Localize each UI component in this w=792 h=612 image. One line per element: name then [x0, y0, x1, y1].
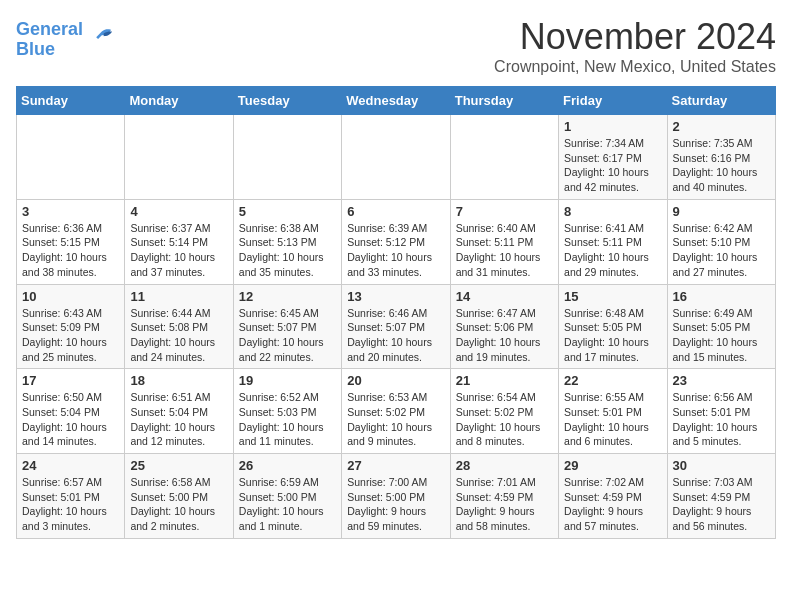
calendar-cell: 15Sunrise: 6:48 AM Sunset: 5:05 PM Dayli…	[559, 284, 667, 369]
day-number: 24	[22, 458, 119, 473]
column-header-thursday: Thursday	[450, 87, 558, 115]
day-info: Sunrise: 7:03 AM Sunset: 4:59 PM Dayligh…	[673, 475, 770, 534]
day-number: 5	[239, 204, 336, 219]
week-row-5: 24Sunrise: 6:57 AM Sunset: 5:01 PM Dayli…	[17, 454, 776, 539]
day-number: 25	[130, 458, 227, 473]
day-info: Sunrise: 6:56 AM Sunset: 5:01 PM Dayligh…	[673, 390, 770, 449]
calendar-cell: 10Sunrise: 6:43 AM Sunset: 5:09 PM Dayli…	[17, 284, 125, 369]
day-info: Sunrise: 6:50 AM Sunset: 5:04 PM Dayligh…	[22, 390, 119, 449]
day-number: 29	[564, 458, 661, 473]
header-row: SundayMondayTuesdayWednesdayThursdayFrid…	[17, 87, 776, 115]
logo: GeneralBlue	[16, 20, 113, 60]
day-info: Sunrise: 6:48 AM Sunset: 5:05 PM Dayligh…	[564, 306, 661, 365]
day-number: 10	[22, 289, 119, 304]
day-number: 13	[347, 289, 444, 304]
day-info: Sunrise: 6:59 AM Sunset: 5:00 PM Dayligh…	[239, 475, 336, 534]
day-number: 14	[456, 289, 553, 304]
week-row-4: 17Sunrise: 6:50 AM Sunset: 5:04 PM Dayli…	[17, 369, 776, 454]
calendar-cell: 22Sunrise: 6:55 AM Sunset: 5:01 PM Dayli…	[559, 369, 667, 454]
calendar-cell: 18Sunrise: 6:51 AM Sunset: 5:04 PM Dayli…	[125, 369, 233, 454]
week-row-1: 1Sunrise: 7:34 AM Sunset: 6:17 PM Daylig…	[17, 115, 776, 200]
calendar-cell: 11Sunrise: 6:44 AM Sunset: 5:08 PM Dayli…	[125, 284, 233, 369]
day-info: Sunrise: 6:49 AM Sunset: 5:05 PM Dayligh…	[673, 306, 770, 365]
day-number: 4	[130, 204, 227, 219]
calendar-cell: 19Sunrise: 6:52 AM Sunset: 5:03 PM Dayli…	[233, 369, 341, 454]
day-info: Sunrise: 6:40 AM Sunset: 5:11 PM Dayligh…	[456, 221, 553, 280]
calendar-cell: 28Sunrise: 7:01 AM Sunset: 4:59 PM Dayli…	[450, 454, 558, 539]
calendar-cell: 23Sunrise: 6:56 AM Sunset: 5:01 PM Dayli…	[667, 369, 775, 454]
day-info: Sunrise: 6:41 AM Sunset: 5:11 PM Dayligh…	[564, 221, 661, 280]
day-number: 1	[564, 119, 661, 134]
day-number: 28	[456, 458, 553, 473]
day-info: Sunrise: 6:36 AM Sunset: 5:15 PM Dayligh…	[22, 221, 119, 280]
column-header-wednesday: Wednesday	[342, 87, 450, 115]
day-info: Sunrise: 7:02 AM Sunset: 4:59 PM Dayligh…	[564, 475, 661, 534]
calendar-table: SundayMondayTuesdayWednesdayThursdayFrid…	[16, 86, 776, 539]
calendar-cell	[342, 115, 450, 200]
calendar-cell: 13Sunrise: 6:46 AM Sunset: 5:07 PM Dayli…	[342, 284, 450, 369]
calendar-cell: 26Sunrise: 6:59 AM Sunset: 5:00 PM Dayli…	[233, 454, 341, 539]
day-info: Sunrise: 6:47 AM Sunset: 5:06 PM Dayligh…	[456, 306, 553, 365]
calendar-cell: 3Sunrise: 6:36 AM Sunset: 5:15 PM Daylig…	[17, 199, 125, 284]
calendar-cell: 2Sunrise: 7:35 AM Sunset: 6:16 PM Daylig…	[667, 115, 775, 200]
calendar-cell: 29Sunrise: 7:02 AM Sunset: 4:59 PM Dayli…	[559, 454, 667, 539]
day-info: Sunrise: 6:39 AM Sunset: 5:12 PM Dayligh…	[347, 221, 444, 280]
day-info: Sunrise: 6:54 AM Sunset: 5:02 PM Dayligh…	[456, 390, 553, 449]
day-info: Sunrise: 6:44 AM Sunset: 5:08 PM Dayligh…	[130, 306, 227, 365]
day-number: 26	[239, 458, 336, 473]
day-number: 3	[22, 204, 119, 219]
day-number: 19	[239, 373, 336, 388]
day-number: 21	[456, 373, 553, 388]
day-number: 8	[564, 204, 661, 219]
column-header-sunday: Sunday	[17, 87, 125, 115]
calendar-cell: 16Sunrise: 6:49 AM Sunset: 5:05 PM Dayli…	[667, 284, 775, 369]
week-row-2: 3Sunrise: 6:36 AM Sunset: 5:15 PM Daylig…	[17, 199, 776, 284]
day-number: 12	[239, 289, 336, 304]
day-info: Sunrise: 7:35 AM Sunset: 6:16 PM Dayligh…	[673, 136, 770, 195]
calendar-cell: 7Sunrise: 6:40 AM Sunset: 5:11 PM Daylig…	[450, 199, 558, 284]
day-number: 6	[347, 204, 444, 219]
day-info: Sunrise: 6:38 AM Sunset: 5:13 PM Dayligh…	[239, 221, 336, 280]
day-number: 16	[673, 289, 770, 304]
day-number: 18	[130, 373, 227, 388]
day-info: Sunrise: 6:37 AM Sunset: 5:14 PM Dayligh…	[130, 221, 227, 280]
day-info: Sunrise: 6:42 AM Sunset: 5:10 PM Dayligh…	[673, 221, 770, 280]
calendar-cell: 12Sunrise: 6:45 AM Sunset: 5:07 PM Dayli…	[233, 284, 341, 369]
day-info: Sunrise: 6:52 AM Sunset: 5:03 PM Dayligh…	[239, 390, 336, 449]
column-header-saturday: Saturday	[667, 87, 775, 115]
day-info: Sunrise: 6:45 AM Sunset: 5:07 PM Dayligh…	[239, 306, 336, 365]
day-number: 9	[673, 204, 770, 219]
column-header-monday: Monday	[125, 87, 233, 115]
calendar-cell: 20Sunrise: 6:53 AM Sunset: 5:02 PM Dayli…	[342, 369, 450, 454]
logo-text: GeneralBlue	[16, 20, 83, 60]
main-title: November 2024	[494, 16, 776, 58]
day-number: 20	[347, 373, 444, 388]
day-number: 15	[564, 289, 661, 304]
day-number: 22	[564, 373, 661, 388]
calendar-cell	[233, 115, 341, 200]
subtitle: Crownpoint, New Mexico, United States	[494, 58, 776, 76]
calendar-cell: 8Sunrise: 6:41 AM Sunset: 5:11 PM Daylig…	[559, 199, 667, 284]
day-info: Sunrise: 6:46 AM Sunset: 5:07 PM Dayligh…	[347, 306, 444, 365]
calendar-cell: 25Sunrise: 6:58 AM Sunset: 5:00 PM Dayli…	[125, 454, 233, 539]
title-section: November 2024 Crownpoint, New Mexico, Un…	[494, 16, 776, 76]
calendar-cell	[450, 115, 558, 200]
day-info: Sunrise: 6:53 AM Sunset: 5:02 PM Dayligh…	[347, 390, 444, 449]
calendar-cell: 5Sunrise: 6:38 AM Sunset: 5:13 PM Daylig…	[233, 199, 341, 284]
calendar-cell	[17, 115, 125, 200]
calendar-cell: 14Sunrise: 6:47 AM Sunset: 5:06 PM Dayli…	[450, 284, 558, 369]
day-number: 27	[347, 458, 444, 473]
calendar-cell: 17Sunrise: 6:50 AM Sunset: 5:04 PM Dayli…	[17, 369, 125, 454]
day-number: 7	[456, 204, 553, 219]
column-header-friday: Friday	[559, 87, 667, 115]
calendar-cell: 1Sunrise: 7:34 AM Sunset: 6:17 PM Daylig…	[559, 115, 667, 200]
calendar-cell: 6Sunrise: 6:39 AM Sunset: 5:12 PM Daylig…	[342, 199, 450, 284]
day-info: Sunrise: 6:58 AM Sunset: 5:00 PM Dayligh…	[130, 475, 227, 534]
calendar-cell: 21Sunrise: 6:54 AM Sunset: 5:02 PM Dayli…	[450, 369, 558, 454]
day-number: 11	[130, 289, 227, 304]
day-info: Sunrise: 7:00 AM Sunset: 5:00 PM Dayligh…	[347, 475, 444, 534]
day-info: Sunrise: 6:51 AM Sunset: 5:04 PM Dayligh…	[130, 390, 227, 449]
day-info: Sunrise: 7:01 AM Sunset: 4:59 PM Dayligh…	[456, 475, 553, 534]
day-info: Sunrise: 6:43 AM Sunset: 5:09 PM Dayligh…	[22, 306, 119, 365]
day-number: 2	[673, 119, 770, 134]
